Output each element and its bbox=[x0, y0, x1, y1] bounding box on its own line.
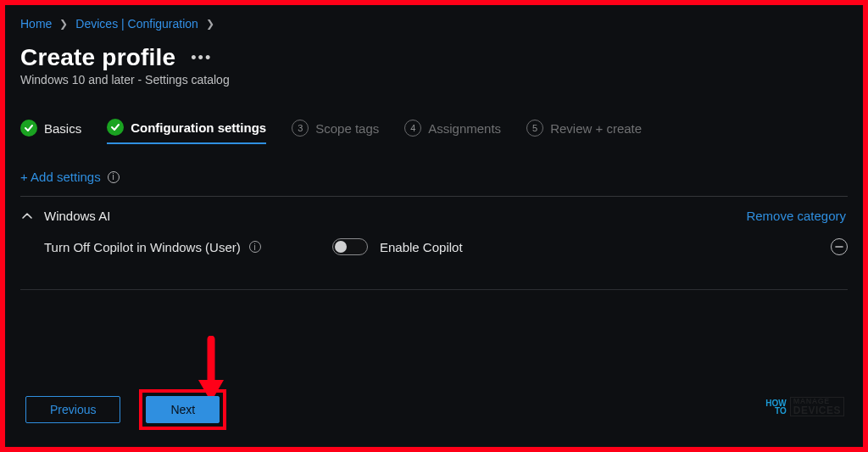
chevron-right-icon: ❯ bbox=[59, 18, 68, 30]
step-label: Scope tags bbox=[315, 121, 379, 136]
app-window: Home ❯ Devices | Configuration ❯ Create … bbox=[0, 0, 868, 452]
category-name: Windows AI bbox=[44, 209, 110, 223]
setting-row: Turn Off Copilot in Windows (User) i Ena… bbox=[20, 238, 848, 255]
breadcrumb-home[interactable]: Home bbox=[20, 17, 52, 31]
remove-setting-button[interactable] bbox=[831, 238, 848, 255]
step-review-create[interactable]: 5 Review + create bbox=[526, 120, 642, 143]
wizard-footer: Previous Next bbox=[25, 389, 226, 430]
step-label: Review + create bbox=[550, 121, 642, 136]
breadcrumb: Home ❯ Devices | Configuration ❯ bbox=[20, 14, 848, 32]
add-settings-link[interactable]: + Add settings bbox=[20, 170, 101, 184]
toggle-turn-off-copilot[interactable] bbox=[332, 238, 368, 255]
step-label: Configuration settings bbox=[131, 120, 266, 135]
more-actions-button[interactable]: ••• bbox=[191, 49, 212, 67]
wizard-stepper: Basics Configuration settings 3 Scope ta… bbox=[20, 119, 848, 144]
divider bbox=[20, 289, 848, 290]
check-icon bbox=[20, 120, 37, 137]
info-icon[interactable]: i bbox=[108, 171, 120, 183]
step-scope-tags[interactable]: 3 Scope tags bbox=[292, 120, 379, 143]
previous-button[interactable]: Previous bbox=[25, 396, 120, 423]
breadcrumb-devices-configuration[interactable]: Devices | Configuration bbox=[75, 17, 198, 31]
step-number-icon: 4 bbox=[404, 120, 421, 137]
category-header: Windows AI Remove category bbox=[20, 209, 848, 223]
step-basics[interactable]: Basics bbox=[20, 120, 81, 143]
step-assignments[interactable]: 4 Assignments bbox=[404, 120, 501, 143]
step-label: Assignments bbox=[428, 121, 501, 136]
chevron-right-icon: ❯ bbox=[206, 18, 214, 30]
toggle-knob bbox=[335, 241, 347, 253]
watermark-text: TO bbox=[765, 407, 786, 415]
chevron-up-icon[interactable] bbox=[20, 209, 34, 223]
next-button-highlight: Next bbox=[139, 389, 226, 430]
watermark-text: DEVICES bbox=[793, 405, 841, 416]
info-icon[interactable]: i bbox=[249, 241, 261, 253]
remove-category-link[interactable]: Remove category bbox=[746, 209, 846, 223]
watermark: HOW TO MANAGE DEVICES bbox=[765, 397, 844, 416]
check-icon bbox=[107, 119, 124, 136]
step-configuration-settings[interactable]: Configuration settings bbox=[107, 119, 266, 144]
step-number-icon: 3 bbox=[292, 120, 309, 137]
divider bbox=[20, 196, 848, 197]
page-subtitle: Windows 10 and later - Settings catalog bbox=[20, 73, 848, 86]
page-title: Create profile bbox=[20, 44, 175, 71]
setting-label: Turn Off Copilot in Windows (User) bbox=[44, 240, 241, 254]
step-number-icon: 5 bbox=[526, 120, 543, 137]
toggle-state-label: Enable Copilot bbox=[380, 240, 463, 254]
step-label: Basics bbox=[44, 121, 81, 136]
next-button[interactable]: Next bbox=[146, 396, 220, 423]
